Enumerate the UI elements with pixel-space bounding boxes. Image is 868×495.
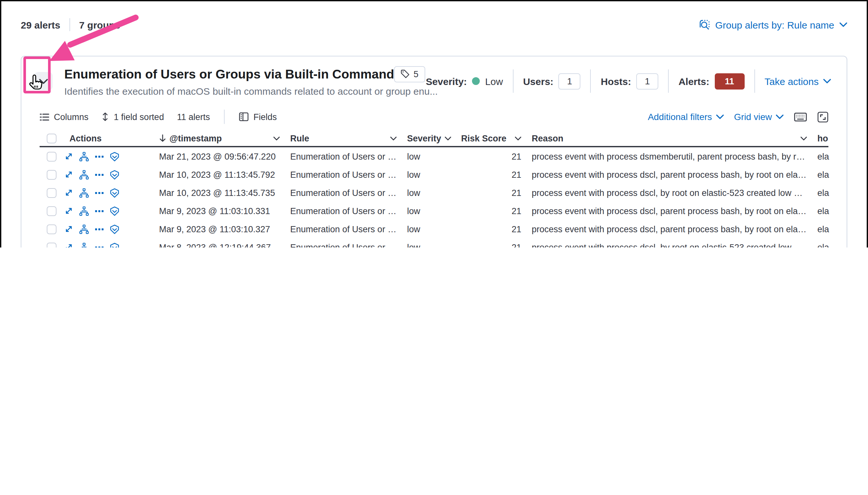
fields-button[interactable]: Fields [239,112,277,122]
fields-icon [239,112,249,121]
group-title: Enumeration of Users or Groups via Built… [64,67,394,81]
more-actions-button[interactable] [95,173,104,176]
divider [754,69,755,93]
analyzer-graph-icon [79,152,89,161]
open-session-view-button[interactable] [110,170,119,180]
open-session-view-button[interactable] [110,152,119,161]
row-select-cell [39,152,63,161]
cell-severity: low [402,224,454,234]
expand-icon [64,152,73,161]
group-titles: Enumeration of Users or Groups via Built… [64,66,426,96]
fullscreen-button[interactable] [817,111,829,122]
cell-reason: process event with process dscl, by root… [527,188,812,198]
expand-alert-detail-button[interactable] [64,170,73,179]
shield-chevron-icon [110,224,119,234]
fullscreen-icon [817,111,829,122]
cell-timestamp: Mar 9, 2023 @ 11:03:10.331 [154,206,285,216]
sort-fields-button[interactable]: 1 field sorted [102,112,164,122]
more-actions-button[interactable] [95,245,104,248]
open-session-view-button[interactable] [110,206,119,216]
cell-timestamp: Mar 21, 2023 @ 09:56:47.220 [154,152,285,161]
cell-severity: low [402,242,454,248]
sort-icon [102,112,110,121]
group-alerts-by-button[interactable]: Group alerts by: Rule name [699,19,847,30]
cell-host: ela [812,188,838,198]
columns-button[interactable]: Columns [39,112,89,122]
keyboard-shortcuts-button[interactable] [794,112,807,122]
analyzer-graph-icon [79,170,89,180]
column-header-reason[interactable]: Reason [527,133,812,143]
row-checkbox[interactable] [46,206,56,216]
group-by-icon [699,19,710,30]
row-checkbox[interactable] [46,224,56,234]
more-actions-icon [95,173,104,176]
analyze-event-button[interactable] [79,242,89,248]
analyze-event-button[interactable] [79,224,89,234]
divider [590,69,591,93]
more-actions-button[interactable] [95,191,104,194]
shield-chevron-icon [110,188,119,198]
column-header-rule[interactable]: Rule [285,133,402,143]
analyze-event-button[interactable] [79,152,89,161]
collapse-group-button[interactable] [34,72,53,90]
chevron-down-icon[interactable] [390,136,397,140]
cell-rule: Enumeration of Users or Gr... [285,170,402,180]
row-checkbox[interactable] [46,170,56,180]
row-checkbox[interactable] [46,152,56,161]
tags-badge[interactable]: 5 [394,66,425,82]
expand-alert-detail-button[interactable] [64,224,73,234]
grid-view-button[interactable]: Grid view [734,112,784,122]
analyzer-graph-icon [79,206,89,216]
expand-alert-detail-button[interactable] [64,243,73,248]
analyze-event-button[interactable] [79,170,89,180]
additional-filters-button[interactable]: Additional filters [648,112,724,122]
take-actions-button[interactable]: Take actions [765,75,831,87]
column-header-severity[interactable]: Severity [402,133,454,143]
tag-count: 5 [414,69,418,79]
chevron-down-icon [716,114,723,119]
row-select-cell [39,224,63,234]
chevron-down-icon[interactable] [445,136,451,140]
chevron-down-icon [839,22,847,27]
table-row: Mar 21, 2023 @ 09:56:47.220 Enumeration … [39,147,829,166]
column-header-host[interactable]: ho [812,133,838,143]
row-select-cell [39,206,63,216]
more-actions-button[interactable] [95,227,104,231]
more-actions-button[interactable] [95,209,104,212]
analyze-event-button[interactable] [79,206,89,216]
shield-chevron-icon [110,152,119,161]
users-count-badge: 1 [558,73,581,89]
expand-alert-detail-button[interactable] [64,152,73,161]
select-all-checkbox[interactable] [46,133,56,143]
chevron-down-icon [39,78,48,84]
chevron-down-icon[interactable] [515,136,521,140]
row-actions [63,206,154,216]
chevron-down-icon[interactable] [800,136,807,140]
analyzer-graph-icon [79,224,89,234]
more-actions-button[interactable] [95,155,104,158]
table-row: Mar 10, 2023 @ 11:13:45.735 Enumeration … [39,184,829,202]
expand-alert-detail-button[interactable] [64,206,73,216]
chevron-down-icon[interactable] [273,136,280,140]
shield-chevron-icon [110,242,119,248]
row-select-cell [39,170,63,180]
row-actions [63,170,154,180]
column-header-risk-score[interactable]: Risk Score [454,133,527,143]
grid-toolbar: Columns 1 field sorted 11 alerts Fields [39,108,829,125]
cell-timestamp: Mar 8, 2023 @ 12:19:44.367 [154,242,285,248]
open-session-view-button[interactable] [110,242,119,248]
cell-timestamp: Mar 9, 2023 @ 11:03:10.327 [154,224,285,234]
row-checkbox[interactable] [46,188,56,198]
open-session-view-button[interactable] [110,224,119,234]
expand-icon [64,170,73,179]
analyze-event-button[interactable] [79,188,89,198]
cell-severity: low [402,170,454,180]
shield-chevron-icon [110,206,119,216]
row-select-cell [39,242,63,248]
row-checkbox[interactable] [46,242,56,248]
cell-severity: low [402,206,454,216]
open-session-view-button[interactable] [110,188,119,198]
cell-risk-score: 21 [454,188,527,198]
expand-alert-detail-button[interactable] [64,188,73,197]
column-header-timestamp[interactable]: @timestamp [154,133,285,143]
